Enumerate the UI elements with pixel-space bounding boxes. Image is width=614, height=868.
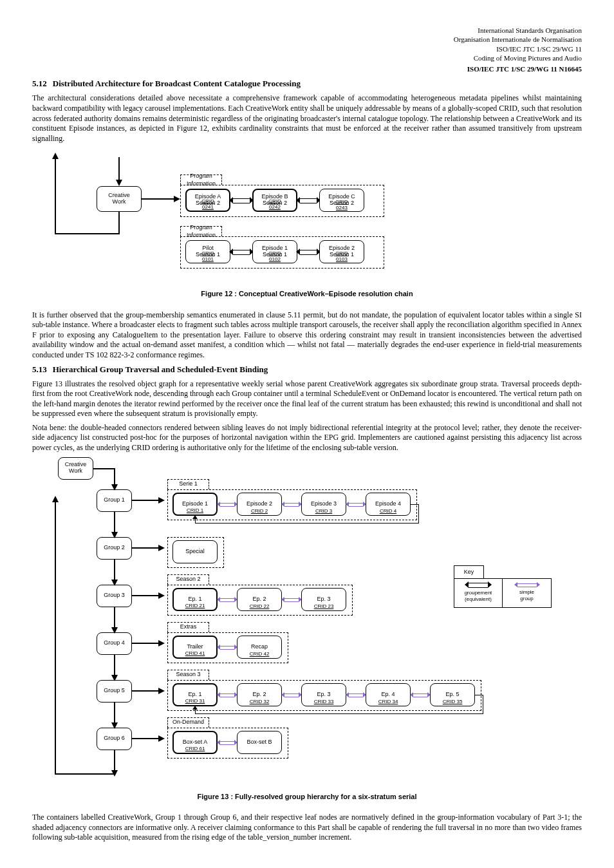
section-5-12-title: Distributed Architecture for Broadcast C…: [53, 79, 301, 88]
fig13-g4-leaf-1: TrailerCRID 41: [172, 636, 218, 659]
fig13-g5-leaf-1: Ep. 1CRID 31: [172, 683, 218, 706]
fig13-g5-leaf-3: Ep. 3CRID 33: [301, 683, 346, 706]
header-line-3: ISO/IEC JTC 1/SC 29/WG 11: [32, 44, 582, 53]
fig13-g5-leaf-2: Ep. 2CRID 32: [237, 683, 282, 706]
header-line-1: International Standards Organisation: [32, 26, 582, 35]
fig13-group-6-tab: On-Demand: [167, 717, 209, 728]
fig12-creative-work-box: Creative Work: [97, 186, 142, 212]
fig13-g3-leaf-1: Ep. 1CRID 21: [172, 588, 218, 611]
fig13-g5-leaf-4: Ep. 4CRID 34: [366, 683, 411, 706]
header-line-2: Organisation Internationale de Normalisa…: [32, 35, 582, 44]
fig12-ep-c: Episode C Season 2CRID 0243: [319, 189, 364, 212]
figure-12-caption: Figure 12 : Conceptual CreativeWork–Epis…: [32, 289, 582, 298]
fig13-g3-leaf-2: Ep. 2CRID 22: [237, 588, 282, 611]
fig12-group2-tab: Program Information: [180, 226, 222, 236]
section-5-13-number: 5.13: [32, 364, 47, 374]
fig12-s1-a: Pilot Season 1CRID 0101: [185, 240, 230, 263]
fig13-group-1: Group 1: [97, 489, 132, 512]
fig13-group-6: Group 6: [97, 728, 132, 750]
fig13-g4-leaf-2: RecapCRID 42: [237, 636, 282, 659]
figure-12-diagram: Creative Work Program Information Episod…: [45, 147, 431, 283]
header-doc-id: ISO/IEC JTC 1/SC 29/WG 11 N16645: [32, 64, 582, 73]
fig12-ep-b: Episode B Season 2CRID 0242: [252, 189, 297, 212]
section-5-12-para-1: The architectural considerations detaile…: [32, 93, 582, 144]
fig12-s1-b: Episode 1 Season 1CRID 0102: [252, 240, 297, 263]
section-5-13-para-2: Nota bene: the double-headed connectors …: [32, 423, 582, 453]
fig12-ep-a: Episode A Season 2CRID 0241: [185, 189, 230, 212]
fig13-group-4-tab: Extras: [167, 622, 209, 632]
section-5-13-title: Hierarchical Group Traversal and Schedul…: [53, 364, 268, 374]
fig13-g1-leaf-1: Episode 1CRID 1: [172, 493, 218, 516]
fig13-group-1-tab: Serie 1: [167, 479, 209, 489]
figure-13-diagram: Creative Work Group 1Serie 1Episode 1CRI…: [45, 457, 560, 786]
section-5-12-para-2: It is further observed that the group-me…: [32, 310, 582, 361]
fig12-group1-tab: Program Information: [180, 175, 222, 185]
fig13-group-4: Group 4: [97, 632, 132, 655]
fig13-g1-leaf-3: Episode 3CRID 3: [301, 493, 346, 516]
closing-para: The containers labelled CreativeWork, Gr…: [32, 813, 582, 843]
fig13-group-3-tab: Season 2: [167, 574, 209, 585]
fig13-group-2: Group 2: [97, 537, 132, 560]
fig13-g3-leaf-3: Ep. 3CRID 23: [301, 588, 346, 611]
fig13-legend-title: Key: [454, 565, 484, 579]
fig13-group-5-tab: Season 3: [167, 670, 209, 680]
fig13-g6-leaf-2: Box-set B: [237, 731, 282, 754]
fig13-creative-work: Creative Work: [58, 457, 93, 480]
fig13-g5-leaf-5: Ep. 5CRID 35: [430, 683, 475, 706]
fig13-group-3: Group 3: [97, 585, 132, 607]
figure-13-caption: Figure 13 : Fully-resolved group hierarc…: [32, 792, 582, 801]
fig13-g2-leaf-1: Special: [172, 540, 218, 563]
fig13-group-5: Group 5: [97, 680, 132, 703]
fig13-g1-leaf-4: Episode 4CRID 4: [366, 493, 411, 516]
section-5-12-number: 5.12: [32, 79, 47, 88]
header-line-4: Coding of Moving Pictures and Audio: [32, 53, 582, 62]
fig13-g6-leaf-1: Box-set ACRID 61: [172, 731, 218, 754]
fig13-g1-leaf-2: Episode 2CRID 2: [237, 493, 282, 516]
fig12-s1-c: Episode 2 Season 1CRID 0103: [319, 240, 364, 263]
section-5-13-para-1: Figure 13 illustrates the resolved objec…: [32, 379, 582, 419]
